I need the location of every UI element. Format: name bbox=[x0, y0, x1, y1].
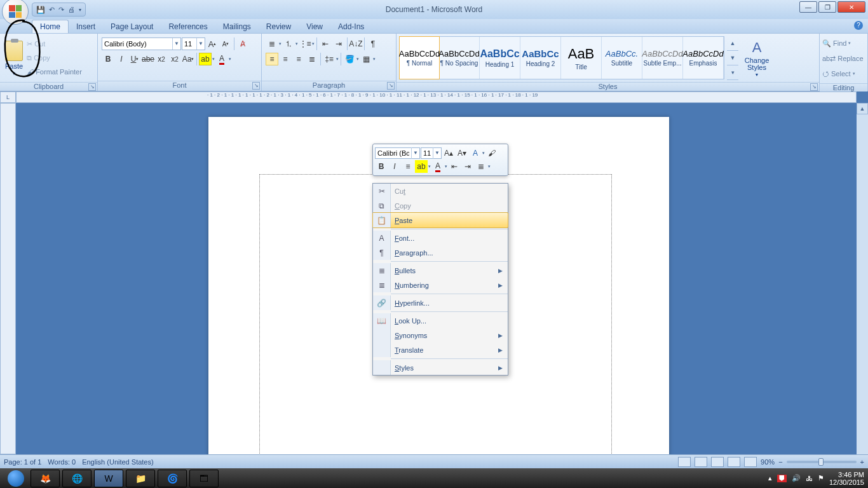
paste-button[interactable]: Paste ▼ bbox=[3, 35, 25, 81]
ctx-hyperlink---[interactable]: 🔗Hyperlink... bbox=[373, 295, 508, 310]
style-heading-2[interactable]: AaBbCcHeading 2 bbox=[520, 37, 561, 79]
zoom-in-icon[interactable]: + bbox=[860, 458, 864, 466]
system-tray[interactable]: ▴ ⛊ 🔊 🖧 ⚑ 3:46 PM12/30/2015 bbox=[768, 471, 864, 486]
font-size-combo[interactable]: ▼ bbox=[182, 37, 205, 50]
find-button[interactable]: 🔍Find ▾ bbox=[822, 36, 851, 50]
tab-insert[interactable]: Insert bbox=[69, 20, 103, 33]
inc-indent-icon[interactable]: ⇥ bbox=[461, 160, 474, 173]
tab-page-layout[interactable]: Page Layout bbox=[103, 20, 161, 33]
horizontal-ruler[interactable]: · 1 · 2 · 1 · 1 · 1 · 1 · 1 · 1 · 2 · 1 … bbox=[16, 92, 857, 103]
select-button[interactable]: ⭯Select ▾ bbox=[822, 67, 855, 81]
styles-dialog-icon[interactable]: ↘ bbox=[810, 83, 818, 91]
replace-button[interactable]: ab⇄Replace bbox=[822, 51, 864, 65]
justify-icon[interactable]: ≣ bbox=[306, 53, 318, 65]
ctx-numbering[interactable]: ≣Numbering▶ bbox=[373, 278, 508, 292]
task-app2[interactable]: 🗔 bbox=[189, 470, 219, 487]
shading-icon[interactable]: 🪣 bbox=[343, 53, 356, 65]
line-spacing-icon[interactable]: ‡≡ bbox=[323, 53, 336, 65]
highlight-icon[interactable]: ab bbox=[415, 160, 428, 173]
numbering-icon[interactable]: ⒈ bbox=[282, 37, 295, 50]
help-icon[interactable]: ? bbox=[854, 21, 863, 30]
format-painter-icon[interactable]: 🖌 bbox=[485, 147, 498, 159]
font-color-icon[interactable]: A bbox=[431, 160, 444, 173]
mini-font-combo[interactable]: ▼ bbox=[375, 147, 420, 159]
tab-references[interactable]: References bbox=[161, 20, 215, 33]
tab-review[interactable]: Review bbox=[259, 20, 299, 33]
gallery-scroll[interactable]: ▲▼▾ bbox=[727, 36, 738, 80]
task-firefox[interactable]: 🦊 bbox=[31, 470, 60, 487]
align-right-icon[interactable]: ≡ bbox=[292, 53, 305, 65]
copy-button[interactable]: ⧉Copy bbox=[27, 51, 82, 65]
view-full-screen[interactable] bbox=[695, 457, 707, 467]
ctx-paragraph---[interactable]: ¶Paragraph... bbox=[373, 245, 508, 260]
tab-home[interactable]: Home bbox=[32, 20, 69, 33]
bullets-icon[interactable]: ≣ bbox=[475, 160, 487, 173]
ctx-synonyms[interactable]: Synonyms▶ bbox=[373, 328, 508, 342]
style---no-spacing[interactable]: AaBbCcDd¶ No Spacing bbox=[439, 37, 480, 79]
view-print-layout[interactable] bbox=[678, 457, 691, 467]
clipboard-dialog-icon[interactable]: ↘ bbox=[88, 83, 96, 91]
change-case-icon[interactable]: Aa▾ bbox=[182, 53, 194, 65]
dec-indent-icon[interactable]: ⇤ bbox=[319, 37, 332, 50]
print-icon[interactable]: 🖨 bbox=[68, 6, 75, 13]
chevron-down-icon[interactable]: ▼ bbox=[172, 38, 180, 50]
tray-av-icon[interactable]: ⛊ bbox=[777, 475, 787, 482]
ctx-translate[interactable]: Translate▶ bbox=[373, 342, 508, 357]
tray-clock[interactable]: 3:46 PM12/30/2015 bbox=[829, 471, 864, 486]
view-draft[interactable] bbox=[744, 457, 757, 467]
zoom-slider[interactable] bbox=[787, 461, 857, 463]
shrink-font-icon[interactable]: A▾ bbox=[456, 147, 468, 159]
font-name-combo[interactable]: ▼ bbox=[102, 37, 181, 50]
center-icon[interactable]: ≡ bbox=[402, 160, 414, 173]
zoom-level[interactable]: 90% bbox=[761, 458, 775, 466]
status-page[interactable]: Page: 1 of 1 bbox=[4, 458, 41, 466]
clear-format-icon[interactable]: A̷ bbox=[236, 37, 249, 50]
tray-volume-icon[interactable]: 🔊 bbox=[792, 474, 801, 482]
chevron-down-icon[interactable]: ▼ bbox=[196, 38, 205, 50]
tab-selector[interactable]: L bbox=[0, 92, 16, 103]
font-color-icon[interactable]: A bbox=[215, 53, 228, 65]
tray-chevron-icon[interactable]: ▴ bbox=[768, 474, 772, 482]
styles-icon[interactable]: A bbox=[469, 147, 482, 159]
italic-icon[interactable]: I bbox=[388, 160, 401, 173]
style---normal[interactable]: AaBbCcDd¶ Normal bbox=[399, 36, 440, 79]
align-left-icon[interactable]: ≡ bbox=[266, 53, 278, 65]
bold-icon[interactable]: B bbox=[102, 53, 114, 65]
style-subtle-emp---[interactable]: AaBbCcDdSubtle Emp... bbox=[642, 37, 683, 79]
style-heading-1[interactable]: AaBbCcHeading 1 bbox=[480, 37, 520, 79]
status-language[interactable]: English (United States) bbox=[82, 458, 154, 466]
format-painter-button[interactable]: 🖌Format Painter bbox=[27, 65, 82, 79]
tab-addins[interactable]: Add-Ins bbox=[330, 20, 372, 33]
multilevel-icon[interactable]: ⋮≡ bbox=[299, 37, 311, 50]
mini-size-combo[interactable]: ▼ bbox=[421, 147, 442, 159]
undo-icon[interactable]: ↶ bbox=[49, 6, 55, 14]
align-center-icon[interactable]: ≡ bbox=[279, 53, 292, 65]
ctx-font---[interactable]: AFont... bbox=[373, 231, 508, 245]
redo-icon[interactable]: ↷ bbox=[58, 6, 64, 14]
tab-mailings[interactable]: Mailings bbox=[215, 20, 259, 33]
tray-network-icon[interactable]: 🖧 bbox=[806, 475, 813, 482]
task-chrome[interactable]: 🌐 bbox=[62, 470, 92, 487]
grow-font-icon[interactable]: A▴ bbox=[206, 37, 219, 50]
style-emphasis[interactable]: AaBbCcDdEmphasis bbox=[683, 37, 724, 79]
maximize-button[interactable]: ❐ bbox=[818, 1, 836, 13]
subscript-icon[interactable]: x2 bbox=[155, 53, 168, 65]
superscript-icon[interactable]: x2 bbox=[168, 53, 181, 65]
inc-indent-icon[interactable]: ⇥ bbox=[332, 37, 345, 50]
borders-icon[interactable]: ▦ bbox=[360, 53, 372, 65]
grow-font-icon[interactable]: A▴ bbox=[442, 147, 455, 159]
ctx-styles[interactable]: Styles▶ bbox=[373, 360, 508, 375]
highlight-icon[interactable]: ab bbox=[199, 53, 212, 65]
cut-button[interactable]: ✂Cut bbox=[27, 37, 82, 51]
task-explorer[interactable]: 📁 bbox=[126, 470, 155, 487]
underline-icon[interactable]: U▾ bbox=[128, 53, 141, 65]
close-button[interactable]: ✕ bbox=[837, 1, 865, 13]
bullets-icon[interactable]: ≣ bbox=[266, 37, 278, 50]
vertical-scrollbar[interactable]: ▲ bbox=[857, 103, 868, 454]
save-icon[interactable]: 💾 bbox=[36, 6, 45, 14]
styles-gallery[interactable]: AaBbCcDd¶ NormalAaBbCcDd¶ No SpacingAaBb… bbox=[399, 36, 724, 79]
ctx-look-up---[interactable]: 📖Look Up... bbox=[373, 313, 508, 328]
strike-icon[interactable]: abe bbox=[142, 53, 154, 65]
zoom-out-icon[interactable]: − bbox=[778, 458, 782, 466]
bold-icon[interactable]: B bbox=[375, 160, 388, 173]
